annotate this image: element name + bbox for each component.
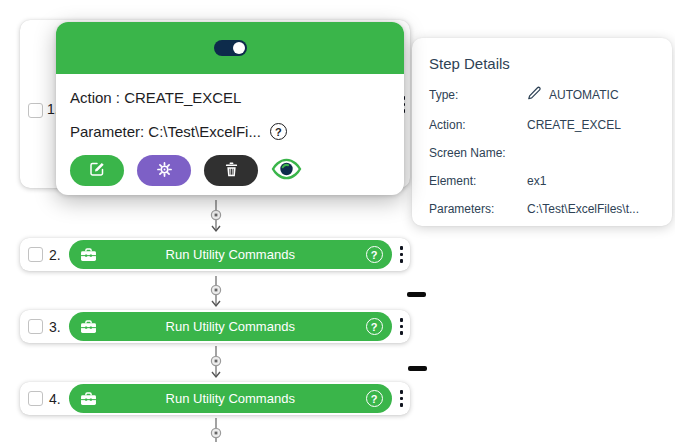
popup-parameter-text: Parameter: C:\Test\ExcelFi... <box>70 123 261 140</box>
collapse-dash-icon[interactable] <box>407 292 426 297</box>
step-enabled-toggle[interactable] <box>214 40 247 56</box>
run-utility-commands-label: Run Utility Commands <box>69 247 392 262</box>
detail-value-action: CREATE_EXCEL <box>527 118 621 132</box>
toolbox-icon <box>80 392 97 406</box>
flow-connector-arrow <box>209 200 223 238</box>
toggle-knob <box>233 42 245 54</box>
detail-label-parameters: Parameters: <box>429 202 527 216</box>
detail-value-element: ex1 <box>527 174 546 188</box>
detail-value-type: AUTOMATIC <box>549 88 619 102</box>
step-row-4: 4. Run Utility Commands ? <box>20 382 410 415</box>
run-utility-commands-button[interactable]: Run Utility Commands ? <box>69 240 392 269</box>
parameter-help-icon[interactable]: ? <box>270 123 287 140</box>
run-utility-commands-button[interactable]: Run Utility Commands ? <box>69 312 392 341</box>
step-3-number: 3. <box>49 319 66 335</box>
run-utility-commands-label: Run Utility Commands <box>69 391 392 406</box>
trash-icon <box>225 162 238 180</box>
edit-step-button[interactable] <box>70 155 124 186</box>
flow-connector-arrow <box>209 276 223 313</box>
preview-step-button[interactable] <box>271 158 302 183</box>
delete-step-button[interactable] <box>204 155 258 186</box>
edit-icon <box>89 161 105 180</box>
step-row-2: 2. Run Utility Commands ? <box>20 238 410 271</box>
detail-value-parameters: C:\Test\ExcelFiles\t... <box>527 202 639 216</box>
pencil-icon <box>527 86 542 104</box>
step-details-title: Step Details <box>429 55 662 72</box>
help-icon[interactable]: ? <box>366 246 383 263</box>
toolbox-icon <box>80 248 97 262</box>
step-2-number: 2. <box>49 247 66 263</box>
step-2-checkbox[interactable] <box>28 247 43 262</box>
step-4-checkbox[interactable] <box>28 391 43 406</box>
step-action-popup: Action : CREATE_EXCEL Parameter: C:\Test… <box>56 22 404 195</box>
toolbox-icon <box>80 320 97 334</box>
gear-icon <box>157 162 172 180</box>
step-3-kebab-menu-icon[interactable] <box>397 315 407 338</box>
detail-label-type: Type: <box>429 88 527 102</box>
collapse-dash-icon[interactable] <box>408 366 427 371</box>
eye-icon <box>271 158 302 183</box>
settings-step-button[interactable] <box>137 155 191 186</box>
step-row-3: 3. Run Utility Commands ? <box>20 310 410 343</box>
detail-label-element: Element: <box>429 174 527 188</box>
flow-connector-arrow <box>209 418 223 442</box>
help-icon[interactable]: ? <box>366 390 383 407</box>
popup-body: Action : CREATE_EXCEL Parameter: C:\Test… <box>56 74 404 186</box>
run-utility-commands-label: Run Utility Commands <box>69 319 392 334</box>
step-3-checkbox[interactable] <box>28 319 43 334</box>
popup-action-text: Action : CREATE_EXCEL <box>70 89 390 106</box>
step-1-checkbox[interactable] <box>28 103 43 118</box>
run-utility-commands-button[interactable]: Run Utility Commands ? <box>69 384 392 413</box>
step-details-panel: Step Details Type: AUTOMATIC Action: CRE… <box>412 38 672 226</box>
popup-header <box>56 22 404 74</box>
step-2-kebab-menu-icon[interactable] <box>397 243 407 266</box>
step-4-kebab-menu-icon[interactable] <box>397 387 407 410</box>
detail-label-screen-name: Screen Name: <box>429 146 527 160</box>
detail-label-action: Action: <box>429 118 527 132</box>
help-icon[interactable]: ? <box>366 318 383 335</box>
step-4-number: 4. <box>49 391 66 407</box>
flow-connector-arrow <box>209 346 223 384</box>
